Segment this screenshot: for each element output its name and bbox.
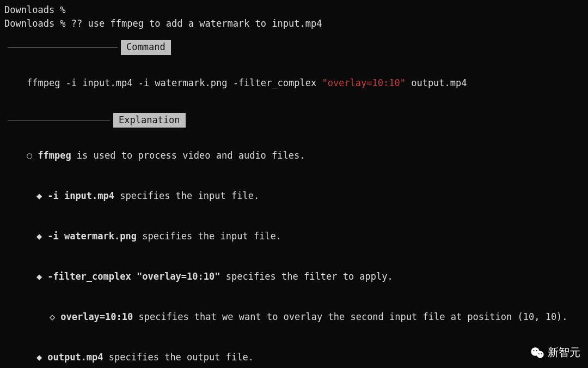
explanation-item: ◆-i input.mp4 specifies the input file.	[4, 176, 584, 216]
command-label: Command	[121, 40, 171, 55]
term: -i input.mp4	[47, 190, 114, 201]
svg-point-4	[538, 353, 540, 354]
explanation-subitem: ◇overlay=10:10 specifies that we want to…	[4, 297, 584, 337]
watermark: 新智元	[530, 345, 580, 360]
rest: specifies the filter to apply.	[220, 271, 393, 282]
bullet-open-circle-icon: ○	[27, 150, 32, 161]
rest: specifies that we want to overlay the se…	[133, 311, 567, 322]
svg-point-1	[537, 351, 544, 358]
rest: specifies the input file.	[114, 190, 259, 201]
command-quoted: "overlay=10:10"	[322, 77, 406, 88]
command-header: Command	[4, 40, 584, 55]
explanation-body: ○ffmpeg is used to process video and aud…	[4, 135, 584, 368]
command-text: ffmpeg -i input.mp4 -i watermark.png -fi…	[4, 77, 467, 102]
term: output.mp4	[47, 352, 103, 363]
command-part-1: ffmpeg -i input.mp4 -i watermark.png -fi…	[27, 77, 322, 88]
svg-point-5	[541, 353, 542, 354]
rest: specifies the input file.	[137, 231, 281, 242]
rest: specifies the output file.	[103, 352, 254, 363]
command-part-2: output.mp4	[406, 77, 467, 88]
bullet-open-diamond-icon: ◇	[50, 311, 55, 322]
wechat-icon	[530, 347, 544, 359]
term: overlay=10:10	[60, 311, 133, 322]
explanation-root-rest: is used to process video and audio files…	[71, 150, 305, 161]
command-block: ffmpeg -i input.mp4 -i watermark.png -fi…	[4, 63, 584, 103]
explanation-label: Explanation	[113, 113, 186, 128]
prompt-line-1: Downloads %	[4, 3, 584, 17]
prompt-line-2: Downloads % ?? use ffmpeg to add a water…	[4, 17, 584, 31]
term-ffmpeg: ffmpeg	[38, 150, 71, 161]
explanation-item: ◆-filter_complex "overlay=10:10" specifi…	[4, 256, 584, 297]
bullet-diamond-icon: ◆	[36, 271, 42, 282]
explanation-header: Explanation	[4, 113, 584, 128]
term: -i watermark.png	[47, 231, 137, 242]
bullet-diamond-icon: ◆	[36, 231, 42, 242]
explanation-item: ◆output.mp4 specifies the output file.	[4, 337, 584, 368]
term: -filter_complex "overlay=10:10"	[47, 271, 220, 282]
bullet-diamond-icon: ◆	[36, 352, 42, 363]
rule-line	[8, 120, 110, 120]
svg-point-3	[536, 350, 537, 351]
svg-point-2	[533, 350, 534, 351]
explanation-root: ○ffmpeg is used to process video and aud…	[4, 135, 584, 176]
explanation-item: ◆-i watermark.png specifies the input fi…	[4, 216, 584, 256]
watermark-text: 新智元	[548, 345, 580, 360]
rule-line	[8, 47, 118, 48]
bullet-diamond-icon: ◆	[36, 190, 42, 201]
